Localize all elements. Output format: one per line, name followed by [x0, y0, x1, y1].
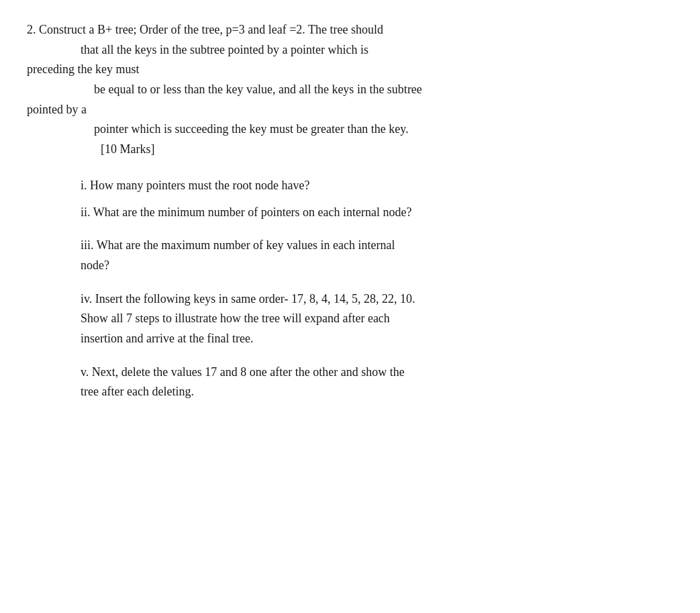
sub-question-iv: iv. Insert the following keys in same or…: [81, 289, 673, 349]
content-area: 2. Construct a B+ tree; Order of the tre…: [27, 20, 673, 402]
indent1-line2: preceding the key must: [27, 60, 673, 80]
sub-question-v: v. Next, delete the values 17 and 8 one …: [81, 363, 673, 402]
sub-question-iv-label: iv.: [81, 292, 92, 305]
marks: [10 Marks]: [27, 140, 673, 160]
sub-question-iv-line1: iv. Insert the following keys in same or…: [81, 289, 673, 310]
sub-question-iii: iii. What are the maximum number of key …: [81, 236, 673, 275]
indent2-line1: be equal to or less than the key value, …: [27, 80, 673, 100]
sub-question-i-label: i.: [81, 179, 87, 192]
indent1-line1: that all the keys in the subtree pointed…: [27, 40, 673, 60]
sub-question-v-line1: v. Next, delete the values 17 and 8 one …: [81, 363, 673, 383]
sub-question-ii-label: ii.: [81, 205, 91, 219]
sub-question-ii: ii. What are the minimum number of point…: [81, 203, 673, 223]
sub-questions: i. How many pointers must the root node …: [27, 176, 673, 402]
sub-question-ii-text: What are the minimum number of pointers …: [93, 205, 412, 219]
sub-question-iv-text-line1: Insert the following keys in same order-…: [95, 292, 415, 305]
question-block: 2. Construct a B+ tree; Order of the tre…: [27, 20, 673, 402]
sub-question-v-text-line1: Next, delete the values 17 and 8 one aft…: [92, 365, 405, 379]
sub-question-iv-line2: Show all 7 steps to illustrate how the t…: [81, 309, 673, 329]
sub-question-v-line2: tree after each deleting.: [81, 382, 673, 402]
sub-question-iii-line2: node?: [81, 256, 673, 276]
sub-question-iii-text-line1: What are the maximum number of key value…: [97, 238, 395, 252]
sub-question-i-text: How many pointers must the root node hav…: [90, 179, 309, 192]
sub-question-v-label: v.: [81, 365, 89, 379]
indent2-line2: pointed by a: [27, 100, 673, 120]
indent3-line1: pointer which is succeeding the key must…: [27, 120, 673, 140]
sub-question-iv-line3: insertion and arrive at the final tree.: [81, 329, 673, 349]
sub-question-iii-line1: iii. What are the maximum number of key …: [81, 236, 673, 256]
intro-line1: 2. Construct a B+ tree; Order of the tre…: [27, 20, 673, 40]
sub-question-i: i. How many pointers must the root node …: [81, 176, 673, 196]
sub-question-iii-label: iii.: [81, 238, 94, 252]
